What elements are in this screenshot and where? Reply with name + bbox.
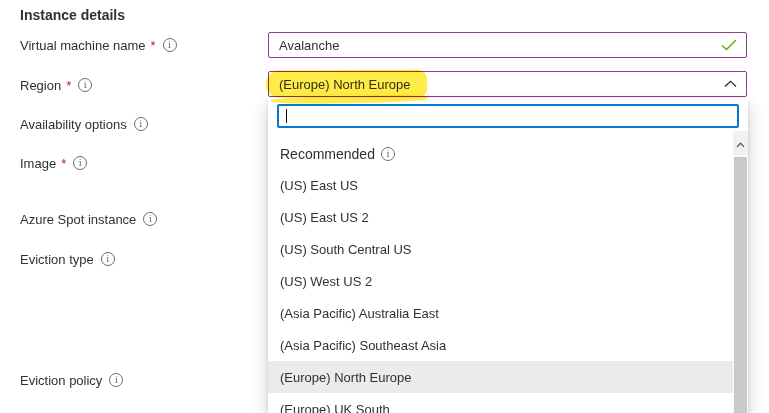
- availability-options-label-row: Availability options: [20, 116, 148, 132]
- eviction-policy-label-row: Eviction policy: [20, 372, 123, 388]
- info-icon[interactable]: [73, 156, 87, 170]
- info-icon[interactable]: [163, 38, 177, 52]
- region-option[interactable]: (US) East US 2: [268, 201, 733, 233]
- chevron-up-icon: [724, 80, 737, 88]
- scroll-up-button[interactable]: [733, 131, 748, 155]
- eviction-type-label: Eviction type: [20, 252, 94, 267]
- info-icon[interactable]: [381, 147, 395, 161]
- region-option[interactable]: (US) West US 2: [268, 265, 733, 297]
- region-search-box[interactable]: [277, 104, 739, 128]
- vm-name-value: Avalanche: [279, 38, 339, 53]
- region-option[interactable]: (Asia Pacific) Australia East: [268, 297, 733, 329]
- region-listbox: (US) East US(US) East US 2(US) South Cen…: [268, 169, 733, 413]
- vm-name-input[interactable]: Avalanche: [268, 32, 747, 58]
- scrollbar[interactable]: [733, 131, 748, 413]
- region-dropdown[interactable]: (Europe) North Europe: [268, 71, 747, 97]
- required-asterisk: *: [61, 156, 66, 171]
- info-icon[interactable]: [101, 252, 115, 266]
- info-icon[interactable]: [78, 78, 92, 92]
- eviction-type-label-row: Eviction type: [20, 251, 115, 267]
- vm-name-label: Virtual machine name: [20, 38, 146, 53]
- image-label: Image: [20, 156, 56, 171]
- region-option[interactable]: (Europe) North Europe: [268, 361, 733, 393]
- info-icon[interactable]: [143, 212, 157, 226]
- image-label-row: Image *: [20, 155, 87, 171]
- azure-spot-label-row: Azure Spot instance: [20, 211, 157, 227]
- text-caret: [286, 109, 287, 123]
- vm-name-label-row: Virtual machine name *: [20, 37, 177, 53]
- instance-details-form: { "section_title": "Instance details", "…: [0, 0, 769, 413]
- region-search-input[interactable]: [279, 106, 737, 126]
- region-label-row: Region *: [20, 77, 92, 93]
- eviction-policy-label: Eviction policy: [20, 373, 102, 388]
- group-header-label: Recommended: [280, 146, 375, 162]
- region-group-header: Recommended: [280, 141, 395, 167]
- scrollbar-thumb[interactable]: [734, 157, 747, 413]
- azure-spot-label: Azure Spot instance: [20, 212, 136, 227]
- region-option[interactable]: (Europe) UK South: [268, 393, 733, 413]
- info-icon[interactable]: [134, 117, 148, 131]
- checkmark-icon: [721, 39, 737, 51]
- availability-options-label: Availability options: [20, 117, 127, 132]
- region-option[interactable]: (Asia Pacific) Southeast Asia: [268, 329, 733, 361]
- region-dropdown-panel: Recommended (US) East US(US) East US 2(U…: [268, 98, 748, 413]
- required-asterisk: *: [66, 78, 71, 93]
- required-asterisk: *: [151, 38, 156, 53]
- region-label: Region: [20, 78, 61, 93]
- region-selected-value: (Europe) North Europe: [279, 77, 411, 92]
- scroll-up-icon: [736, 136, 745, 151]
- region-option[interactable]: (US) East US: [268, 169, 733, 201]
- region-option[interactable]: (US) South Central US: [268, 233, 733, 265]
- section-title: Instance details: [20, 7, 125, 23]
- info-icon[interactable]: [109, 373, 123, 387]
